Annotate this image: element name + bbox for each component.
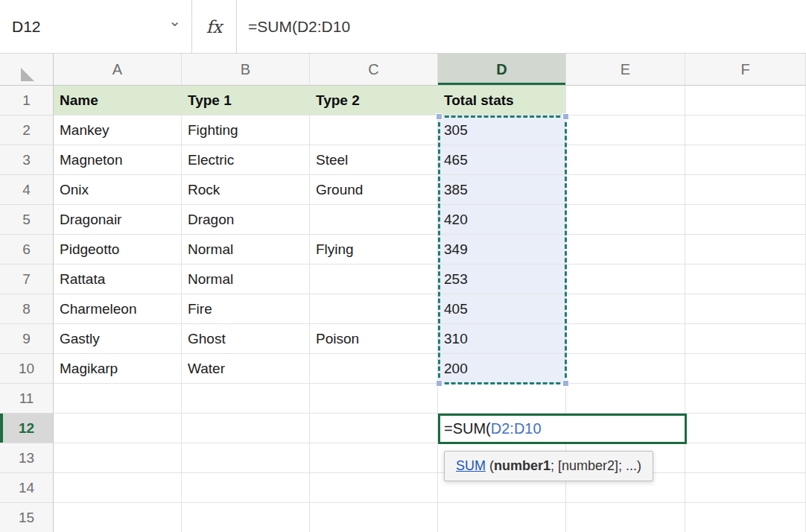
row-header-8[interactable]: 8 — [0, 294, 54, 324]
cell-D15[interactable] — [438, 503, 566, 532]
cell-D3[interactable]: 465 — [438, 145, 566, 175]
cell-C14[interactable] — [310, 473, 438, 503]
column-header-F[interactable]: F — [685, 54, 806, 86]
cell-C7[interactable] — [310, 265, 438, 294]
cell-E7[interactable] — [566, 265, 685, 294]
row-header-11[interactable]: 11 — [0, 384, 54, 414]
cell-C12[interactable] — [310, 414, 438, 443]
row-header-14[interactable]: 14 — [0, 473, 54, 503]
cell-F14[interactable] — [685, 473, 806, 503]
row-header-5[interactable]: 5 — [0, 205, 54, 235]
cell-A1[interactable]: Name — [54, 86, 182, 115]
cell-D5[interactable]: 420 — [438, 205, 566, 235]
cell-C5[interactable] — [310, 205, 438, 235]
cell-C6[interactable]: Flying — [310, 235, 438, 265]
cell-D2[interactable]: 305 — [438, 115, 566, 145]
cell-E8[interactable] — [566, 294, 685, 324]
cell-F13[interactable] — [685, 443, 806, 473]
cell-B15[interactable] — [182, 503, 310, 532]
cell-A9[interactable]: Gastly — [54, 324, 182, 354]
cell-D6[interactable]: 349 — [438, 235, 566, 265]
cell-F12[interactable] — [685, 414, 806, 443]
row-header-7[interactable]: 7 — [0, 265, 54, 294]
cell-D7[interactable]: 253 — [438, 265, 566, 294]
cell-B3[interactable]: Electric — [182, 145, 310, 175]
row-header-15[interactable]: 15 — [0, 503, 54, 532]
cell-D9[interactable]: 310 — [438, 324, 566, 354]
formula-input[interactable]: =SUM(D2:D10 — [237, 0, 806, 53]
cell-A7[interactable]: Rattata — [54, 265, 182, 294]
cell-E3[interactable] — [566, 145, 685, 175]
cell-E1[interactable] — [566, 86, 685, 115]
chevron-down-icon[interactable]: ⌄ — [168, 12, 181, 30]
row-header-12[interactable]: 12 — [0, 414, 54, 443]
cell-F11[interactable] — [685, 384, 806, 414]
cell-F5[interactable] — [685, 205, 806, 235]
cell-D1[interactable]: Total stats — [438, 86, 566, 115]
cell-E15[interactable] — [566, 503, 685, 532]
cell-F4[interactable] — [685, 175, 806, 205]
cell-F9[interactable] — [685, 324, 806, 354]
cell-C10[interactable] — [310, 354, 438, 384]
cell-E10[interactable] — [566, 354, 685, 384]
cell-E4[interactable] — [566, 175, 685, 205]
cell-B2[interactable]: Fighting — [182, 115, 310, 145]
cell-B10[interactable]: Water — [182, 354, 310, 384]
row-header-10[interactable]: 10 — [0, 354, 54, 384]
cell-C2[interactable] — [310, 115, 438, 145]
select-all-corner[interactable] — [0, 54, 54, 86]
cell-B6[interactable]: Normal — [182, 235, 310, 265]
cell-B7[interactable]: Normal — [182, 265, 310, 294]
column-header-D[interactable]: D — [438, 54, 566, 86]
row-header-13[interactable]: 13 — [0, 443, 54, 473]
cell-F3[interactable] — [685, 145, 806, 175]
cell-F2[interactable] — [685, 115, 806, 145]
cell-D4[interactable]: 385 — [438, 175, 566, 205]
cell-C13[interactable] — [310, 443, 438, 473]
cell-B11[interactable] — [182, 384, 310, 414]
cell-D8[interactable]: 405 — [438, 294, 566, 324]
cell-E2[interactable] — [566, 115, 685, 145]
row-header-2[interactable]: 2 — [0, 115, 54, 145]
cell-F1[interactable] — [685, 86, 806, 115]
active-cell-d12[interactable]: =SUM(D2:D10 — [438, 414, 687, 444]
cell-A15[interactable] — [54, 503, 182, 532]
cell-F7[interactable] — [685, 265, 806, 294]
cell-F8[interactable] — [685, 294, 806, 324]
tooltip-function-link[interactable]: SUM — [456, 458, 486, 473]
cell-B4[interactable]: Rock — [182, 175, 310, 205]
cell-F10[interactable] — [685, 354, 806, 384]
cell-A12[interactable] — [54, 414, 182, 443]
cell-A11[interactable] — [54, 384, 182, 414]
cell-B8[interactable]: Fire — [182, 294, 310, 324]
cell-A2[interactable]: Mankey — [54, 115, 182, 145]
cell-B14[interactable] — [182, 473, 310, 503]
cell-E11[interactable] — [566, 384, 685, 414]
cell-C15[interactable] — [310, 503, 438, 532]
name-box[interactable]: D12 ⌄ — [0, 0, 192, 53]
column-header-A[interactable]: A — [54, 54, 182, 86]
row-header-1[interactable]: 1 — [0, 86, 54, 115]
cell-A6[interactable]: Pidgeotto — [54, 235, 182, 265]
cell-B12[interactable] — [182, 414, 310, 443]
cell-D11[interactable] — [438, 384, 566, 414]
cell-A3[interactable]: Magneton — [54, 145, 182, 175]
cell-A14[interactable] — [54, 473, 182, 503]
cell-B1[interactable]: Type 1 — [182, 86, 310, 115]
insert-function-button[interactable]: fx — [192, 0, 237, 53]
cell-A10[interactable]: Magikarp — [54, 354, 182, 384]
cell-C9[interactable]: Poison — [310, 324, 438, 354]
cell-C1[interactable]: Type 2 — [310, 86, 438, 115]
cell-E9[interactable] — [566, 324, 685, 354]
cell-E6[interactable] — [566, 235, 685, 265]
cell-B13[interactable] — [182, 443, 310, 473]
cell-B9[interactable]: Ghost — [182, 324, 310, 354]
row-header-6[interactable]: 6 — [0, 235, 54, 265]
cell-B5[interactable]: Dragon — [182, 205, 310, 235]
row-header-3[interactable]: 3 — [0, 145, 54, 175]
cell-A13[interactable] — [54, 443, 182, 473]
cell-F6[interactable] — [685, 235, 806, 265]
cell-A4[interactable]: Onix — [54, 175, 182, 205]
row-header-4[interactable]: 4 — [0, 175, 54, 205]
column-header-C[interactable]: C — [310, 54, 438, 86]
